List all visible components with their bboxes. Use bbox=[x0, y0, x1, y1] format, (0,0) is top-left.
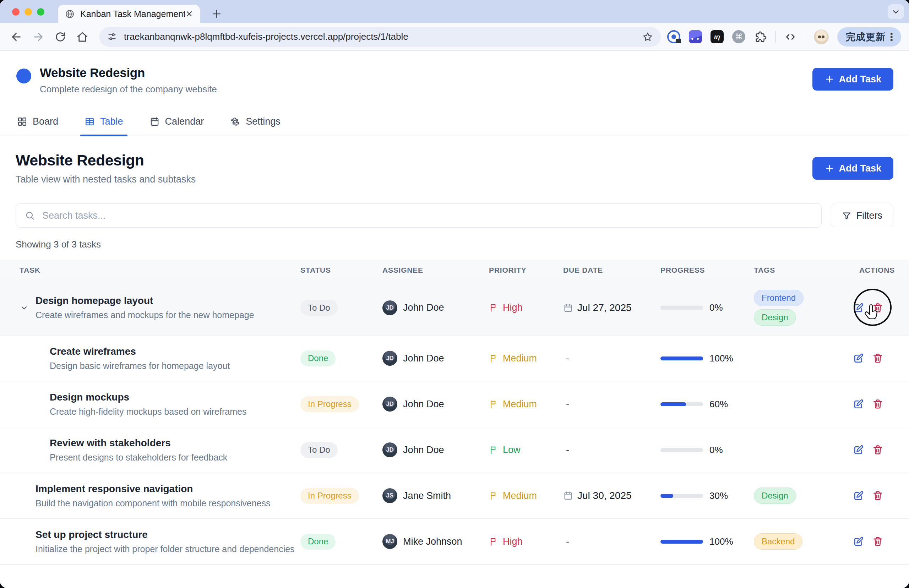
task-cell: Implement responsive navigation Build th… bbox=[0, 483, 295, 509]
priority-cell: Medium bbox=[480, 399, 557, 410]
command-extension-icon[interactable]: ⌘ bbox=[732, 30, 745, 43]
purple-extension-icon[interactable]: ● ● bbox=[689, 30, 702, 43]
edit-task-button[interactable] bbox=[852, 352, 865, 364]
actions-cell bbox=[835, 381, 909, 427]
status-badge: Done bbox=[300, 534, 336, 550]
filters-button[interactable]: Filters bbox=[831, 204, 894, 227]
devtools-code-icon[interactable] bbox=[785, 31, 796, 43]
forward-button[interactable] bbox=[31, 30, 45, 44]
extensions-puzzle-icon[interactable] bbox=[754, 30, 767, 43]
priority-cell: Medium bbox=[480, 353, 557, 364]
status-cell: Done bbox=[295, 351, 376, 367]
back-button[interactable] bbox=[9, 30, 23, 44]
progress-bar-fill bbox=[660, 494, 673, 498]
browser-profile-avatar[interactable] bbox=[814, 29, 829, 44]
black-extension-icon[interactable]: ıη bbox=[710, 30, 723, 43]
progress-cell: 0% bbox=[653, 302, 746, 313]
add-task-label: Add Task bbox=[839, 74, 881, 85]
task-cell: Create wireframes Design basic wireframe… bbox=[0, 346, 295, 371]
trash-icon bbox=[872, 398, 883, 410]
results-count: Showing 3 of 3 tasks bbox=[0, 239, 909, 250]
priority-cell: High bbox=[480, 302, 557, 313]
search-input[interactable] bbox=[16, 204, 822, 228]
delete-task-button[interactable] bbox=[872, 489, 884, 502]
edit-task-button[interactable] bbox=[852, 535, 865, 548]
tab-settings[interactable]: Settings bbox=[229, 115, 282, 136]
add-task-button[interactable]: Add Task bbox=[812, 68, 893, 90]
add-task-button[interactable]: Add Task bbox=[812, 157, 893, 180]
table-row[interactable]: Design homepage layout Create wireframes… bbox=[0, 280, 909, 336]
priority-label: High bbox=[503, 536, 523, 547]
edit-task-button[interactable] bbox=[852, 444, 865, 456]
address-bar[interactable]: traekanbanqnwk-p8lqmftbd-xufeis-projects… bbox=[99, 27, 661, 47]
browser-update-button[interactable]: 完成更新 ⋮ bbox=[837, 27, 901, 47]
view-tabs: Board Table Calendar Settings bbox=[0, 115, 909, 136]
edit-task-button[interactable] bbox=[852, 489, 865, 502]
maximize-window-button[interactable] bbox=[37, 8, 44, 16]
assignee-name: Mike Johnson bbox=[403, 536, 462, 547]
close-window-button[interactable] bbox=[12, 8, 19, 16]
url-text[interactable]: traekanbanqnwk-p8lqmftbd-xufeis-projects… bbox=[124, 31, 643, 42]
home-icon bbox=[76, 31, 89, 43]
tab-title: Kanban Task Management bbox=[80, 9, 185, 19]
assignee-name: John Doe bbox=[403, 444, 444, 456]
browser-tab-strip: Kanban Task Management bbox=[0, 0, 909, 23]
tab-table[interactable]: Table bbox=[83, 115, 124, 136]
task-description: Present designs to stakeholders for feed… bbox=[50, 452, 227, 463]
avatar: JD bbox=[383, 351, 397, 366]
toolbar-divider bbox=[775, 31, 776, 43]
calendar-icon bbox=[150, 116, 160, 127]
table-row[interactable]: Implement responsive navigation Build th… bbox=[0, 473, 909, 519]
task-description: Design basic wireframes for homepage lay… bbox=[50, 361, 230, 371]
table-row[interactable]: Set up project structure Initialize the … bbox=[0, 519, 909, 565]
task-description: Initialize the project with proper folde… bbox=[36, 544, 295, 554]
due-date-cell: Jul 27, 2025 bbox=[557, 302, 653, 313]
status-cell: In Progress bbox=[295, 396, 376, 412]
site-settings-icon[interactable] bbox=[107, 32, 117, 42]
due-date-empty: - bbox=[563, 399, 569, 410]
table-row[interactable]: Create wireframes Design basic wireframe… bbox=[0, 336, 909, 381]
tab-label: Table bbox=[100, 116, 123, 127]
due-date-cell: - bbox=[557, 353, 653, 364]
column-header-tags: TAGS bbox=[746, 266, 835, 275]
password-manager-extension-icon[interactable] bbox=[667, 30, 680, 43]
due-date-cell: - bbox=[557, 399, 653, 410]
browser-tab[interactable]: Kanban Task Management bbox=[58, 5, 200, 23]
tab-board[interactable]: Board bbox=[16, 115, 60, 136]
progress-bar-fill bbox=[660, 540, 703, 544]
delete-task-button[interactable] bbox=[872, 398, 884, 410]
gear-icon bbox=[230, 116, 241, 127]
assignee-name: John Doe bbox=[403, 353, 444, 364]
tab-calendar[interactable]: Calendar bbox=[148, 115, 206, 136]
progress-bar-track bbox=[660, 494, 703, 498]
bookmark-star-icon[interactable] bbox=[643, 32, 653, 42]
edit-task-button[interactable] bbox=[852, 398, 865, 410]
cursor-pointer-icon bbox=[863, 304, 881, 321]
home-button[interactable] bbox=[75, 30, 89, 44]
new-tab-button[interactable] bbox=[209, 6, 224, 21]
tab-overflow-button[interactable] bbox=[888, 4, 904, 19]
assignee-cell: JS Jane Smith bbox=[376, 488, 480, 503]
minimize-window-button[interactable] bbox=[24, 8, 32, 16]
task-cell: Review with stakeholders Present designs… bbox=[0, 438, 295, 463]
browser-menu-kebab-icon[interactable]: ⋮ bbox=[886, 30, 898, 44]
calendar-icon bbox=[563, 303, 573, 313]
progress-bar-fill bbox=[660, 357, 703, 360]
tag-badge: Frontend bbox=[754, 290, 804, 306]
delete-task-button[interactable] bbox=[872, 444, 884, 456]
actions-cell bbox=[835, 336, 909, 381]
table-body: Design homepage layout Create wireframes… bbox=[0, 280, 909, 565]
delete-task-button[interactable] bbox=[872, 352, 884, 364]
table-row[interactable]: Review with stakeholders Present designs… bbox=[0, 427, 909, 473]
table-row[interactable]: Design mockups Create high-fidelity mock… bbox=[0, 381, 909, 427]
actions-cell bbox=[835, 280, 909, 335]
reload-button[interactable] bbox=[53, 30, 68, 44]
priority-cell: High bbox=[480, 536, 557, 547]
chevron-down-icon[interactable] bbox=[19, 303, 36, 312]
edit-pencil-icon bbox=[853, 444, 864, 456]
task-title: Design mockups bbox=[50, 392, 246, 403]
arrow-right-icon bbox=[32, 31, 45, 43]
delete-task-button[interactable] bbox=[872, 535, 884, 548]
due-date-cell: Jul 30, 2025 bbox=[557, 490, 653, 501]
close-tab-icon[interactable] bbox=[185, 10, 194, 18]
